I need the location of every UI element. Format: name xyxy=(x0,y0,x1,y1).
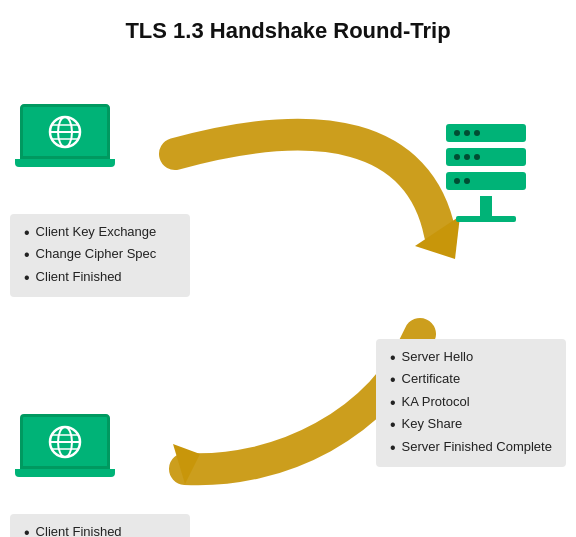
list-item: • Client Finished xyxy=(24,522,176,537)
client-top xyxy=(20,104,110,174)
server-dot xyxy=(454,178,460,184)
globe-icon-bottom xyxy=(47,424,83,460)
server-dot xyxy=(464,130,470,136)
server-base xyxy=(456,216,516,222)
laptop-base-bottom xyxy=(15,469,115,477)
svg-marker-3 xyxy=(173,444,200,484)
server-dot xyxy=(474,154,480,160)
server-dot xyxy=(474,130,480,136)
server-unit-1 xyxy=(446,124,526,142)
list-item: • Key Share xyxy=(390,414,552,436)
list-item: • Server Finished Complete xyxy=(390,437,552,459)
svg-marker-2 xyxy=(415,216,460,259)
list-item: • Server Hello xyxy=(390,347,552,369)
list-item: • Client Key Exchange xyxy=(24,222,176,244)
list-item: • Change Cipher Spec xyxy=(24,244,176,266)
server-dot xyxy=(464,178,470,184)
server-dot xyxy=(454,154,460,160)
server-unit-3 xyxy=(446,172,526,190)
laptop-bottom xyxy=(20,414,110,484)
info-box-client-bottom: • Client Finished xyxy=(10,514,190,537)
laptop-screen-top xyxy=(20,104,110,159)
laptop-screen-bottom xyxy=(20,414,110,469)
diagram-area: • Client Key Exchange • Change Cipher Sp… xyxy=(0,54,576,537)
server-unit-2 xyxy=(446,148,526,166)
server-dot xyxy=(464,154,470,160)
page-title: TLS 1.3 Handshake Round-Trip xyxy=(0,0,576,54)
list-item: • Client Finished xyxy=(24,267,176,289)
server-icon xyxy=(446,124,526,222)
laptop-base-top xyxy=(15,159,115,167)
globe-icon-top xyxy=(47,114,83,150)
list-item: • Certificate xyxy=(390,369,552,391)
list-item: • KA Protocol xyxy=(390,392,552,414)
laptop-top xyxy=(20,104,110,174)
server-dot xyxy=(454,130,460,136)
client-bottom xyxy=(20,414,110,484)
server-stand xyxy=(480,196,492,216)
info-box-client-top: • Client Key Exchange • Change Cipher Sp… xyxy=(10,214,190,297)
info-box-server: • Server Hello • Certificate • KA Protoc… xyxy=(376,339,566,467)
